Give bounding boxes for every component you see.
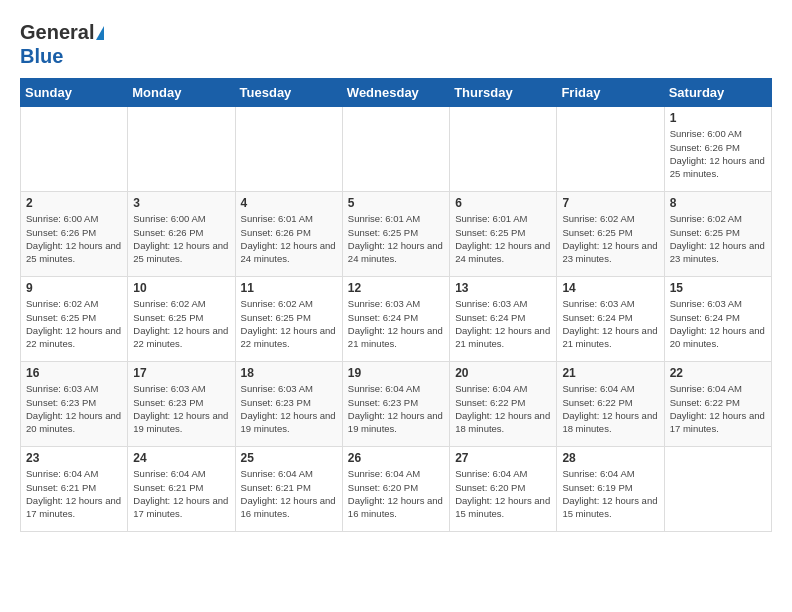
day-number: 23 bbox=[26, 451, 122, 465]
calendar-day-cell bbox=[450, 107, 557, 192]
day-number: 21 bbox=[562, 366, 658, 380]
calendar-week-row: 16Sunrise: 6:03 AM Sunset: 6:23 PM Dayli… bbox=[21, 362, 772, 447]
day-info: Sunrise: 6:03 AM Sunset: 6:24 PM Dayligh… bbox=[455, 297, 551, 350]
day-number: 17 bbox=[133, 366, 229, 380]
day-number: 2 bbox=[26, 196, 122, 210]
weekday-header-sunday: Sunday bbox=[21, 79, 128, 107]
logo-triangle-icon bbox=[96, 26, 104, 40]
calendar-day-cell: 23Sunrise: 6:04 AM Sunset: 6:21 PM Dayli… bbox=[21, 447, 128, 532]
day-info: Sunrise: 6:04 AM Sunset: 6:21 PM Dayligh… bbox=[26, 467, 122, 520]
day-number: 16 bbox=[26, 366, 122, 380]
day-number: 5 bbox=[348, 196, 444, 210]
calendar-day-cell: 16Sunrise: 6:03 AM Sunset: 6:23 PM Dayli… bbox=[21, 362, 128, 447]
calendar-day-cell: 20Sunrise: 6:04 AM Sunset: 6:22 PM Dayli… bbox=[450, 362, 557, 447]
page-header: General Blue bbox=[20, 20, 772, 68]
day-number: 25 bbox=[241, 451, 337, 465]
calendar-day-cell: 12Sunrise: 6:03 AM Sunset: 6:24 PM Dayli… bbox=[342, 277, 449, 362]
calendar-day-cell: 10Sunrise: 6:02 AM Sunset: 6:25 PM Dayli… bbox=[128, 277, 235, 362]
day-number: 15 bbox=[670, 281, 766, 295]
day-number: 26 bbox=[348, 451, 444, 465]
day-info: Sunrise: 6:00 AM Sunset: 6:26 PM Dayligh… bbox=[133, 212, 229, 265]
calendar-day-cell: 6Sunrise: 6:01 AM Sunset: 6:25 PM Daylig… bbox=[450, 192, 557, 277]
calendar-day-cell: 19Sunrise: 6:04 AM Sunset: 6:23 PM Dayli… bbox=[342, 362, 449, 447]
day-info: Sunrise: 6:04 AM Sunset: 6:20 PM Dayligh… bbox=[455, 467, 551, 520]
day-number: 24 bbox=[133, 451, 229, 465]
calendar-day-cell: 14Sunrise: 6:03 AM Sunset: 6:24 PM Dayli… bbox=[557, 277, 664, 362]
calendar-day-cell: 9Sunrise: 6:02 AM Sunset: 6:25 PM Daylig… bbox=[21, 277, 128, 362]
day-number: 14 bbox=[562, 281, 658, 295]
day-number: 19 bbox=[348, 366, 444, 380]
day-number: 20 bbox=[455, 366, 551, 380]
day-number: 8 bbox=[670, 196, 766, 210]
day-info: Sunrise: 6:02 AM Sunset: 6:25 PM Dayligh… bbox=[133, 297, 229, 350]
day-number: 3 bbox=[133, 196, 229, 210]
day-number: 7 bbox=[562, 196, 658, 210]
calendar-day-cell: 26Sunrise: 6:04 AM Sunset: 6:20 PM Dayli… bbox=[342, 447, 449, 532]
calendar-day-cell bbox=[128, 107, 235, 192]
calendar-day-cell bbox=[664, 447, 771, 532]
day-info: Sunrise: 6:04 AM Sunset: 6:19 PM Dayligh… bbox=[562, 467, 658, 520]
calendar-day-cell: 8Sunrise: 6:02 AM Sunset: 6:25 PM Daylig… bbox=[664, 192, 771, 277]
day-info: Sunrise: 6:00 AM Sunset: 6:26 PM Dayligh… bbox=[26, 212, 122, 265]
day-info: Sunrise: 6:03 AM Sunset: 6:23 PM Dayligh… bbox=[26, 382, 122, 435]
calendar-week-row: 9Sunrise: 6:02 AM Sunset: 6:25 PM Daylig… bbox=[21, 277, 772, 362]
day-number: 6 bbox=[455, 196, 551, 210]
weekday-header-tuesday: Tuesday bbox=[235, 79, 342, 107]
weekday-header-row: SundayMondayTuesdayWednesdayThursdayFrid… bbox=[21, 79, 772, 107]
logo-blue-text: Blue bbox=[20, 45, 63, 67]
calendar-week-row: 1Sunrise: 6:00 AM Sunset: 6:26 PM Daylig… bbox=[21, 107, 772, 192]
weekday-header-friday: Friday bbox=[557, 79, 664, 107]
day-info: Sunrise: 6:02 AM Sunset: 6:25 PM Dayligh… bbox=[562, 212, 658, 265]
day-info: Sunrise: 6:04 AM Sunset: 6:20 PM Dayligh… bbox=[348, 467, 444, 520]
logo-general-text: General bbox=[20, 21, 94, 43]
day-number: 4 bbox=[241, 196, 337, 210]
day-info: Sunrise: 6:04 AM Sunset: 6:22 PM Dayligh… bbox=[562, 382, 658, 435]
weekday-header-wednesday: Wednesday bbox=[342, 79, 449, 107]
day-info: Sunrise: 6:03 AM Sunset: 6:24 PM Dayligh… bbox=[670, 297, 766, 350]
calendar-day-cell: 2Sunrise: 6:00 AM Sunset: 6:26 PM Daylig… bbox=[21, 192, 128, 277]
day-number: 13 bbox=[455, 281, 551, 295]
day-number: 28 bbox=[562, 451, 658, 465]
calendar-day-cell: 13Sunrise: 6:03 AM Sunset: 6:24 PM Dayli… bbox=[450, 277, 557, 362]
day-info: Sunrise: 6:03 AM Sunset: 6:23 PM Dayligh… bbox=[133, 382, 229, 435]
calendar-day-cell: 15Sunrise: 6:03 AM Sunset: 6:24 PM Dayli… bbox=[664, 277, 771, 362]
calendar-week-row: 2Sunrise: 6:00 AM Sunset: 6:26 PM Daylig… bbox=[21, 192, 772, 277]
calendar-table: SundayMondayTuesdayWednesdayThursdayFrid… bbox=[20, 78, 772, 532]
calendar-day-cell bbox=[235, 107, 342, 192]
calendar-day-cell: 21Sunrise: 6:04 AM Sunset: 6:22 PM Dayli… bbox=[557, 362, 664, 447]
calendar-day-cell bbox=[557, 107, 664, 192]
calendar-day-cell: 28Sunrise: 6:04 AM Sunset: 6:19 PM Dayli… bbox=[557, 447, 664, 532]
day-info: Sunrise: 6:01 AM Sunset: 6:25 PM Dayligh… bbox=[348, 212, 444, 265]
calendar-day-cell: 3Sunrise: 6:00 AM Sunset: 6:26 PM Daylig… bbox=[128, 192, 235, 277]
weekday-header-saturday: Saturday bbox=[664, 79, 771, 107]
calendar-day-cell: 4Sunrise: 6:01 AM Sunset: 6:26 PM Daylig… bbox=[235, 192, 342, 277]
calendar-day-cell: 18Sunrise: 6:03 AM Sunset: 6:23 PM Dayli… bbox=[235, 362, 342, 447]
calendar-day-cell: 22Sunrise: 6:04 AM Sunset: 6:22 PM Dayli… bbox=[664, 362, 771, 447]
day-info: Sunrise: 6:00 AM Sunset: 6:26 PM Dayligh… bbox=[670, 127, 766, 180]
day-info: Sunrise: 6:01 AM Sunset: 6:25 PM Dayligh… bbox=[455, 212, 551, 265]
calendar-day-cell: 17Sunrise: 6:03 AM Sunset: 6:23 PM Dayli… bbox=[128, 362, 235, 447]
weekday-header-monday: Monday bbox=[128, 79, 235, 107]
calendar-day-cell: 5Sunrise: 6:01 AM Sunset: 6:25 PM Daylig… bbox=[342, 192, 449, 277]
day-info: Sunrise: 6:01 AM Sunset: 6:26 PM Dayligh… bbox=[241, 212, 337, 265]
day-number: 12 bbox=[348, 281, 444, 295]
calendar-week-row: 23Sunrise: 6:04 AM Sunset: 6:21 PM Dayli… bbox=[21, 447, 772, 532]
day-info: Sunrise: 6:02 AM Sunset: 6:25 PM Dayligh… bbox=[670, 212, 766, 265]
day-info: Sunrise: 6:04 AM Sunset: 6:22 PM Dayligh… bbox=[670, 382, 766, 435]
day-number: 27 bbox=[455, 451, 551, 465]
day-info: Sunrise: 6:03 AM Sunset: 6:23 PM Dayligh… bbox=[241, 382, 337, 435]
day-number: 22 bbox=[670, 366, 766, 380]
calendar-day-cell: 24Sunrise: 6:04 AM Sunset: 6:21 PM Dayli… bbox=[128, 447, 235, 532]
day-info: Sunrise: 6:02 AM Sunset: 6:25 PM Dayligh… bbox=[26, 297, 122, 350]
day-number: 10 bbox=[133, 281, 229, 295]
calendar-day-cell: 11Sunrise: 6:02 AM Sunset: 6:25 PM Dayli… bbox=[235, 277, 342, 362]
calendar-day-cell bbox=[342, 107, 449, 192]
logo: General Blue bbox=[20, 20, 104, 68]
calendar-day-cell: 1Sunrise: 6:00 AM Sunset: 6:26 PM Daylig… bbox=[664, 107, 771, 192]
weekday-header-thursday: Thursday bbox=[450, 79, 557, 107]
day-info: Sunrise: 6:04 AM Sunset: 6:21 PM Dayligh… bbox=[241, 467, 337, 520]
day-info: Sunrise: 6:02 AM Sunset: 6:25 PM Dayligh… bbox=[241, 297, 337, 350]
calendar-day-cell: 27Sunrise: 6:04 AM Sunset: 6:20 PM Dayli… bbox=[450, 447, 557, 532]
calendar-day-cell bbox=[21, 107, 128, 192]
day-info: Sunrise: 6:03 AM Sunset: 6:24 PM Dayligh… bbox=[562, 297, 658, 350]
